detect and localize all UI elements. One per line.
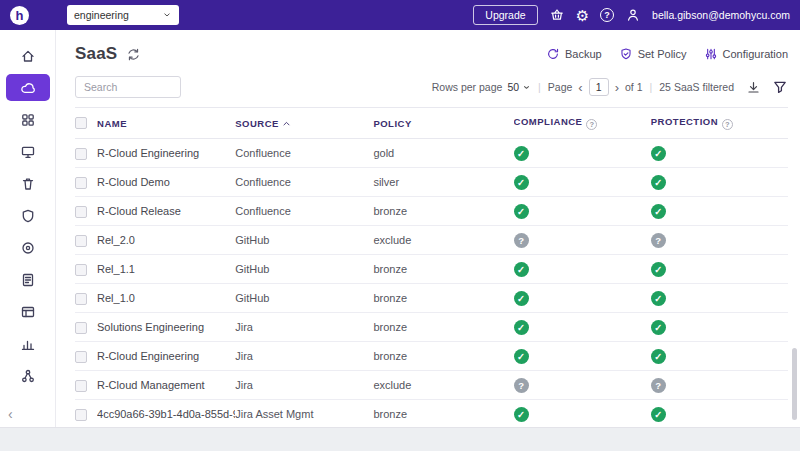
compliance-info-icon[interactable]: ? — [586, 119, 597, 130]
sidebar-item-reports[interactable] — [6, 266, 50, 293]
sidebar-item-applications[interactable] — [6, 106, 50, 133]
row-source: Jira — [235, 379, 253, 391]
column-header-name[interactable]: NAME — [97, 108, 235, 139]
compliance-status-icon: ✓ — [514, 407, 529, 422]
column-header-protection[interactable]: PROTECTION? — [651, 108, 788, 139]
protection-status-icon: ? — [651, 233, 666, 248]
main-content: SaaS Backup Set Policy Configuration — [56, 30, 800, 427]
settings-gear-icon[interactable]: ⚙ — [576, 8, 589, 23]
table-row[interactable]: Rel_1.0 GitHub bronze ✓ ✓ — [75, 284, 788, 313]
shield-icon — [20, 208, 36, 224]
trash-icon — [20, 176, 36, 192]
row-checkbox[interactable] — [75, 206, 87, 218]
table-row[interactable]: R-Cloud Engineering Jira bronze ✓ ✓ — [75, 342, 788, 371]
row-name: Rel_1.0 — [97, 292, 135, 304]
row-checkbox[interactable] — [75, 322, 87, 334]
set-policy-button[interactable]: Set Policy — [619, 47, 687, 61]
filter-icon[interactable] — [772, 79, 788, 95]
org-dropdown[interactable]: engineering — [67, 5, 179, 25]
column-header-policy[interactable]: POLICY — [373, 108, 513, 139]
compliance-status-icon: ? — [514, 378, 529, 393]
row-checkbox[interactable] — [75, 293, 87, 305]
backup-icon — [546, 47, 560, 61]
row-policy: exclude — [373, 234, 411, 246]
row-name: 4cc90a66-39b1-4d0a-855d-960ae... — [97, 408, 235, 420]
table-row[interactable]: Rel_1.1 GitHub bronze ✓ ✓ — [75, 255, 788, 284]
column-header-compliance[interactable]: COMPLIANCE? — [514, 108, 651, 139]
row-checkbox[interactable] — [75, 409, 87, 421]
grid-icon — [20, 112, 36, 128]
pagination-controls: Rows per page 50 | Page ‹ 1 › of 1 | 25 … — [432, 78, 788, 96]
configuration-icon — [704, 47, 718, 61]
row-name: R-Cloud Management — [97, 379, 205, 391]
page-number-input[interactable]: 1 — [589, 78, 609, 96]
sidebar-item-saas[interactable] — [6, 74, 50, 101]
backup-button[interactable]: Backup — [546, 47, 602, 61]
topbar: h engineering Upgrade ⚙ ? bella.gibson@d… — [0, 0, 800, 30]
table-row[interactable]: R-Cloud Engineering Confluence gold ✓ ✓ — [75, 139, 788, 168]
table-row[interactable]: Solutions Engineering Jira bronze ✓ ✓ — [75, 313, 788, 342]
row-checkbox[interactable] — [75, 264, 87, 276]
prev-page-button[interactable]: ‹ — [577, 80, 583, 95]
row-checkbox[interactable] — [75, 380, 87, 392]
rows-per-page-select[interactable]: 50 — [507, 81, 531, 93]
row-policy: exclude — [373, 379, 411, 391]
upgrade-button[interactable]: Upgrade — [473, 5, 537, 25]
sidebar-collapse-button[interactable]: ‹ — [8, 407, 13, 421]
row-policy: bronze — [373, 408, 407, 420]
row-policy: bronze — [373, 321, 407, 333]
user-email[interactable]: bella.gibson@demohycu.com — [652, 9, 790, 21]
sidebar-item-dashboard[interactable] — [6, 42, 50, 69]
app-root: h engineering Upgrade ⚙ ? bella.gibson@d… — [0, 0, 800, 451]
user-icon[interactable] — [625, 7, 641, 23]
vertical-scrollbar[interactable] — [792, 348, 797, 420]
sidebar-item-policies[interactable] — [6, 202, 50, 229]
home-icon — [20, 48, 36, 64]
page-header: SaaS Backup Set Policy Configuration — [75, 42, 788, 66]
column-header-source[interactable]: SOURCE — [235, 108, 373, 139]
set-policy-icon — [619, 47, 633, 61]
protection-status-icon: ? — [651, 378, 666, 393]
sidebar-item-billing[interactable] — [6, 298, 50, 325]
row-name: Solutions Engineering — [97, 321, 204, 333]
protection-status-icon: ✓ — [651, 262, 666, 277]
table-row[interactable]: R-Cloud Management Jira exclude ? ? — [75, 371, 788, 400]
row-name: R-Cloud Engineering — [97, 350, 199, 362]
sidebar-item-machines[interactable] — [6, 138, 50, 165]
sidebar-item-buckets[interactable] — [6, 170, 50, 197]
download-icon[interactable] — [746, 80, 761, 95]
table-row[interactable]: 4cc90a66-39b1-4d0a-855d-960ae... Jira As… — [75, 400, 788, 428]
row-source: GitHub — [235, 292, 269, 304]
row-policy: silver — [373, 176, 399, 188]
sidebar-item-analytics[interactable] — [6, 330, 50, 357]
page-title: SaaS — [75, 44, 117, 64]
table-header-row: NAME SOURCE POLICY COMPLIANCE? PROTECTIO… — [75, 108, 788, 139]
row-name: R-Cloud Demo — [97, 176, 170, 188]
select-all-checkbox[interactable] — [75, 117, 87, 129]
configuration-button[interactable]: Configuration — [704, 47, 788, 61]
refresh-icon[interactable] — [126, 47, 141, 62]
protection-info-icon[interactable]: ? — [722, 119, 733, 130]
sidebar-item-identities[interactable] — [6, 362, 50, 389]
table-row[interactable]: R-Cloud Demo Confluence silver ✓ ✓ — [75, 168, 788, 197]
chart-icon — [20, 336, 36, 352]
row-checkbox[interactable] — [75, 148, 87, 160]
report-icon — [20, 272, 36, 288]
share-icon — [20, 368, 36, 384]
search-input[interactable] — [75, 76, 181, 98]
table-row[interactable]: R-Cloud Release Confluence bronze ✓ ✓ — [75, 197, 788, 226]
row-source: Jira — [235, 350, 253, 362]
sidebar-items — [6, 42, 50, 389]
sidebar-item-targets[interactable] — [6, 234, 50, 261]
row-checkbox[interactable] — [75, 177, 87, 189]
compliance-status-icon: ✓ — [514, 204, 529, 219]
help-icon[interactable]: ? — [600, 8, 614, 22]
row-source: Confluence — [235, 176, 291, 188]
row-checkbox[interactable] — [75, 351, 87, 363]
protection-status-icon: ✓ — [651, 407, 666, 422]
divider: | — [650, 81, 653, 93]
next-page-button[interactable]: › — [614, 80, 620, 95]
row-checkbox[interactable] — [75, 235, 87, 247]
table-row[interactable]: Rel_2.0 GitHub exclude ? ? — [75, 226, 788, 255]
marketplace-basket-icon[interactable] — [549, 7, 565, 23]
